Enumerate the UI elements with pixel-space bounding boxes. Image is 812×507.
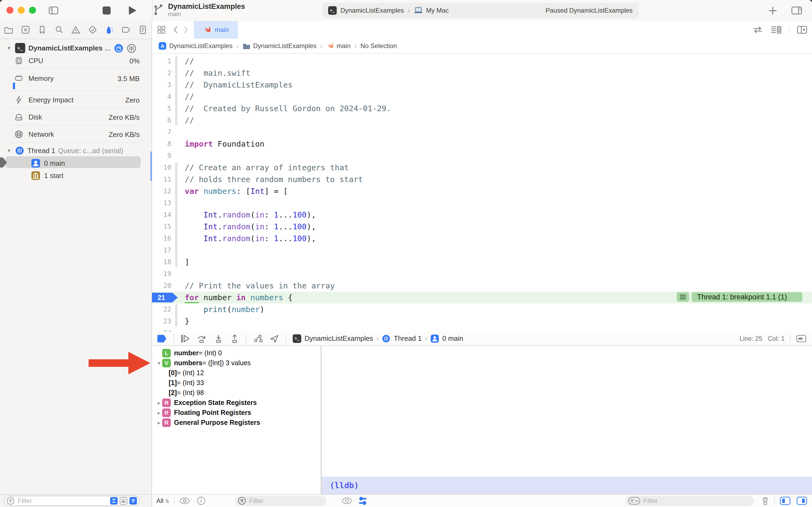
code-line-5[interactable]: 5// Created by Russell Gordon on 2024-01…: [152, 103, 812, 114]
line-number[interactable]: 20: [152, 280, 175, 292]
code-line-16[interactable]: 16 Int.random(in: 1...100),: [152, 233, 812, 244]
line-number[interactable]: 4: [152, 91, 175, 103]
related-items-icon[interactable]: [156, 25, 167, 35]
filter-crashed-icon[interactable]: [120, 497, 127, 505]
line-number[interactable]: 7: [152, 126, 175, 138]
gauge-disk[interactable]: Disk: [14, 111, 42, 123]
variable-row[interactable]: ▸RGeneral Purpose Registers: [152, 417, 321, 428]
variable-row[interactable]: [0] = (Int) 12: [152, 368, 321, 378]
run-destination[interactable]: My Mac: [426, 7, 449, 14]
line-number[interactable]: 5: [152, 103, 175, 114]
code-line-1[interactable]: 1//: [152, 55, 812, 67]
scheme-selector[interactable]: >_ DynamicListExamples › My Mac Paused D…: [322, 3, 639, 18]
crumb-thread[interactable]: Thread 1: [394, 334, 421, 343]
console-filter-field[interactable]: Filter: [625, 496, 754, 506]
code-line-7[interactable]: 7: [152, 126, 812, 138]
toggle-navigator-icon[interactable]: [48, 5, 59, 16]
find-navigator-icon[interactable]: [54, 25, 64, 35]
stack-frame-main[interactable]: 0 main: [31, 157, 65, 169]
code-line-4[interactable]: 4//: [152, 91, 812, 103]
variable-row[interactable]: [2] = (Int) 98: [152, 388, 321, 398]
code-line-20[interactable]: 20// Print the values in the array: [152, 280, 812, 292]
project-navigator-icon[interactable]: [4, 25, 13, 35]
breakpoints-navigator-icon[interactable]: [121, 25, 131, 35]
hide-variables-icon[interactable]: 0: [179, 497, 190, 505]
thread-row[interactable]: ▾ Thread 1 Queue: c...ad (serial): [7, 145, 123, 156]
issues-navigator-icon[interactable]: [71, 25, 80, 35]
line-number[interactable]: 14: [152, 209, 175, 221]
step-over-icon[interactable]: [196, 334, 207, 343]
variable-row[interactable]: ▸RException State Registers: [152, 398, 321, 408]
gauge-info-icon[interactable]: [114, 44, 123, 53]
code-line-3[interactable]: 3// DynamicListExamples: [152, 79, 812, 91]
step-out-icon[interactable]: [230, 334, 239, 343]
code-line-22[interactable]: 22 print(number): [152, 303, 812, 315]
line-number[interactable]: 23: [152, 315, 175, 327]
bookmarks-navigator-icon[interactable]: [37, 25, 47, 35]
chevron-down-icon[interactable]: ▾: [7, 45, 14, 52]
gauge-memory[interactable]: Memory: [14, 72, 54, 84]
variable-row[interactable]: ▸RFloating Point Registers: [152, 408, 321, 417]
chevron-right-icon[interactable]: ▸: [156, 419, 162, 426]
annotation-menu-icon[interactable]: [677, 292, 689, 302]
trash-icon[interactable]: [761, 496, 769, 506]
scope-selector[interactable]: All ⇅: [156, 497, 169, 505]
line-number[interactable]: 6: [152, 114, 175, 126]
jumpbar-file[interactable]: main: [327, 42, 351, 50]
line-number[interactable]: 17: [152, 244, 175, 256]
code-line-6[interactable]: 6//: [152, 114, 812, 126]
variable-row[interactable]: [1] = (Int) 33: [152, 378, 321, 388]
gauge-network[interactable]: Network: [14, 128, 54, 140]
library-plus-button[interactable]: [767, 5, 778, 16]
code-line-13[interactable]: 13: [152, 197, 812, 209]
step-into-icon[interactable]: [214, 334, 223, 343]
line-number[interactable]: 2: [152, 67, 175, 79]
code-line-14[interactable]: 14 Int.random(in: 1...100),: [152, 209, 812, 221]
chevron-right-icon[interactable]: ▸: [156, 409, 162, 416]
tests-navigator-icon[interactable]: [88, 25, 98, 35]
line-number[interactable]: 8: [152, 138, 175, 150]
code-line-18[interactable]: 18]: [152, 256, 812, 268]
run-button[interactable]: [127, 5, 137, 15]
zoom-window-button[interactable]: [29, 7, 36, 14]
code-line-24[interactable]: 24: [152, 327, 812, 332]
jumpbar-selection[interactable]: No Selection: [360, 42, 397, 50]
stack-frame-start[interactable]: 1 start: [31, 170, 63, 181]
jumpbar-group[interactable]: DynamicListExamples: [242, 42, 316, 50]
debug-navigator-icon[interactable]: [105, 25, 114, 35]
code-line-8[interactable]: 8import Foundation: [152, 138, 812, 150]
line-number[interactable]: 18: [152, 256, 175, 268]
editor-options-icon[interactable]: [770, 25, 782, 35]
continue-execution-icon[interactable]: [180, 334, 190, 343]
scheme-name[interactable]: DynamicListExamples: [341, 7, 404, 14]
add-editor-icon[interactable]: [797, 25, 808, 35]
crumb-process[interactable]: DynamicListExamples: [304, 334, 373, 343]
line-number[interactable]: 15: [152, 221, 175, 233]
code-line-9[interactable]: 9: [152, 150, 812, 162]
stop-button[interactable]: [102, 6, 111, 15]
variable-row[interactable]: Lnumber = (Int) 0: [152, 348, 321, 358]
line-number[interactable]: 19: [152, 268, 175, 280]
filter-debugged-icon[interactable]: [110, 497, 118, 505]
line-number[interactable]: 16: [152, 233, 175, 244]
variable-row[interactable]: ▾Vnumbers = ([Int]) 3 values: [152, 358, 321, 368]
crumb-frame[interactable]: 0 main: [442, 334, 463, 343]
line-number[interactable]: 9: [152, 150, 175, 162]
variables-filter-field[interactable]: Filter: [235, 496, 327, 506]
source-control-navigator-icon[interactable]: [21, 25, 31, 35]
line-number[interactable]: 10: [152, 162, 175, 173]
lldb-prompt-line[interactable]: (lldb): [321, 477, 812, 494]
debug-pane-divider[interactable]: [321, 346, 322, 507]
line-number[interactable]: 21: [152, 292, 175, 303]
variables-view[interactable]: Lnumber = (Int) 0▾Vnumbers = ([Int]) 3 v…: [152, 346, 321, 494]
line-number[interactable]: 24: [152, 327, 175, 332]
simulate-location-icon[interactable]: [270, 334, 279, 343]
breakpoints-toggle-icon[interactable]: [157, 334, 167, 343]
code-review-icon[interactable]: [752, 25, 763, 35]
code-line-2[interactable]: 2// main.swift: [152, 67, 812, 79]
back-button-icon[interactable]: [172, 25, 179, 35]
chevron-right-icon[interactable]: ▸: [156, 400, 162, 406]
toggle-inspector-icon[interactable]: [791, 5, 803, 16]
info-icon[interactable]: [196, 496, 206, 505]
close-window-button[interactable]: [6, 7, 13, 14]
